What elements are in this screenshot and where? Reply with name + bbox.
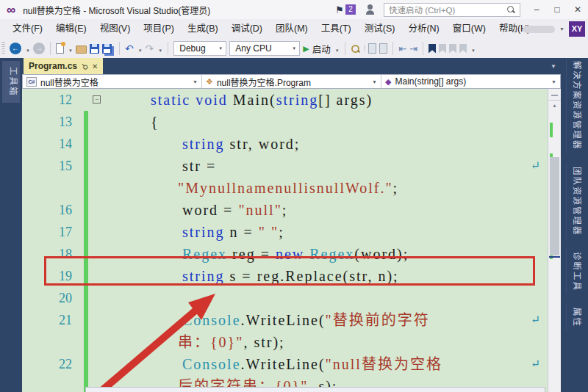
change-tracking-bar (84, 221, 90, 243)
undo-dropdown-icon[interactable] (137, 42, 143, 55)
panel-tab[interactable]: 属性 (566, 305, 584, 330)
line-number (22, 331, 84, 353)
code-line: 串：{0}", str); (90, 331, 548, 353)
menu-item[interactable]: 项目(P) (137, 19, 181, 39)
notification-count-badge[interactable]: 2 (345, 4, 356, 15)
project-dropdown[interactable]: C# null替换为空格 ▼ (23, 75, 202, 88)
redo-button[interactable]: ↷ (146, 43, 154, 54)
panel-tab[interactable]: 团队资源管理器 (566, 164, 584, 239)
menu-item[interactable]: 团队(M) (269, 19, 315, 39)
toolbar-separator (392, 42, 393, 55)
panel-tab[interactable]: 诊断工具 (566, 249, 584, 294)
new-file-button[interactable] (56, 43, 64, 54)
close-tab-icon[interactable]: ✕ (92, 62, 98, 70)
type-dropdown[interactable]: ❖ null替换为空格.Program ▼ (202, 75, 381, 88)
change-tracking-bar (84, 133, 90, 155)
code-token: str, word; (225, 136, 301, 152)
maximize-button[interactable]: □ (547, 1, 567, 18)
caret-position-mark (549, 256, 560, 258)
change-tracking-bar (84, 155, 90, 177)
tab-label: Program.cs (29, 61, 77, 71)
start-dropdown-icon[interactable] (334, 42, 340, 55)
navigate-back-button[interactable]: ← (10, 43, 21, 54)
panel-tab[interactable]: 解决方案资源管理器 (566, 58, 584, 153)
code-token: word = (182, 202, 238, 218)
navigate-forward-button[interactable]: → (33, 43, 45, 54)
start-debug-button[interactable]: 启动 (312, 42, 331, 56)
navigate-back-dropdown-icon[interactable] (24, 42, 30, 55)
code-token: { (151, 114, 159, 130)
notifications-flag-icon[interactable]: ⚑ (335, 4, 344, 15)
new-file-dropdown-icon[interactable] (67, 42, 73, 55)
solution-configuration-select[interactable]: Debug (173, 41, 226, 56)
account-name-blurred[interactable] (523, 26, 555, 33)
line-number: 15 (22, 155, 84, 177)
type-dropdown-label: null替换为空格.Program (217, 76, 368, 88)
next-bookmark-icon[interactable] (449, 44, 456, 54)
account-avatar[interactable]: XY (569, 21, 585, 37)
fold-collapse-icon[interactable]: − (93, 95, 101, 104)
clear-bookmarks-icon[interactable] (459, 44, 467, 54)
close-button[interactable]: ✕ (567, 1, 588, 18)
menu-item[interactable]: 生成(B) (181, 19, 225, 39)
open-file-button[interactable] (76, 46, 87, 54)
tab-program-cs[interactable]: Program.cs ⚲ ✕ (24, 58, 103, 74)
toolbar-options-dropdown-icon[interactable] (470, 42, 476, 55)
find-in-files-icon[interactable] (368, 43, 376, 54)
scrollbar-thumb[interactable] (550, 157, 559, 255)
code-token: ; (279, 224, 284, 240)
code-token: 串：{0}" (178, 334, 243, 350)
title-bar: ∞ null替换为空格 - Microsoft Visual Studio(管理… (0, 0, 588, 19)
sidebar-tab-toolbox[interactable]: 工具箱 (2, 61, 20, 103)
account-dropdown-icon[interactable]: ▼ (559, 26, 564, 32)
attach-to-process-icon[interactable] (351, 43, 361, 54)
decrease-indent-icon[interactable]: ⇤ (398, 43, 406, 54)
menu-item[interactable]: 视图(V) (93, 19, 137, 39)
member-dropdown-label: Main(string[] args) (395, 76, 548, 87)
method-icon: ◆ (385, 77, 391, 87)
menu-item[interactable]: 测试(S) (358, 19, 402, 39)
quick-launch-input[interactable]: 快速启动 (Ctrl+Q) (384, 3, 520, 17)
menu-item[interactable]: 工具(T) (315, 19, 358, 39)
change-tracking-bar (84, 89, 90, 111)
chevron-down-icon: ▼ (551, 79, 556, 84)
code-row: "MynullnamenullisnullWolf."; (22, 177, 548, 199)
editor-split-handle[interactable] (548, 89, 561, 101)
start-debug-icon[interactable]: ▶ (303, 44, 309, 54)
code-token: void (196, 92, 228, 108)
previous-bookmark-icon[interactable] (439, 44, 446, 54)
scroll-up-icon[interactable]: ▲ (548, 101, 561, 110)
solution-platform-select[interactable]: Any CPU (229, 41, 300, 56)
code-line: Console.WriteLine("替换前的字符↵ (90, 309, 548, 331)
toolbar-grip[interactable] (1, 42, 5, 55)
word-wrap-indicator-icon: ↵ (531, 155, 540, 177)
toolbar-separator (345, 42, 345, 55)
undo-button[interactable]: ↶ (125, 43, 134, 54)
member-dropdown[interactable]: ◆ Main(string[] args) ▼ (381, 75, 560, 88)
document-well-overflow-icon[interactable]: ▼ (551, 63, 556, 70)
toggle-bookmark-icon[interactable] (429, 44, 436, 54)
partial-next-element (85, 387, 545, 392)
menu-item[interactable]: 编辑(E) (49, 19, 93, 39)
save-all-button[interactable] (102, 44, 112, 54)
menu-item[interactable]: 窗口(W) (446, 19, 492, 39)
redo-dropdown-icon[interactable] (157, 42, 162, 55)
menu-item[interactable]: 调试(D) (225, 19, 269, 39)
save-button[interactable] (90, 44, 99, 54)
word-wrap-indicator-icon: ↵ (531, 353, 540, 375)
minimize-button[interactable]: – (526, 1, 547, 18)
code-editor[interactable]: 12−static void Main(string[] args)13{14s… (22, 89, 561, 392)
code-row: 12−static void Main(string[] args) (22, 89, 548, 111)
replace-in-files-icon[interactable] (379, 43, 387, 54)
change-tracking-bar (84, 309, 90, 331)
highlight-annotation-box (44, 256, 535, 286)
vertical-scrollbar[interactable]: ▲ (548, 89, 561, 392)
pin-tab-icon[interactable]: ⚲ (79, 61, 90, 72)
menu-item[interactable]: 文件(F) (6, 19, 49, 39)
menu-item[interactable]: 分析(N) (401, 19, 445, 39)
increase-indent-icon[interactable]: ⇥ (409, 43, 417, 54)
visual-studio-logo-icon: ∞ (7, 4, 15, 16)
toolbar-overflow-icon[interactable]: ⁞ (364, 45, 366, 52)
code-token: Console (182, 312, 241, 328)
feedback-icon[interactable] (365, 4, 376, 15)
